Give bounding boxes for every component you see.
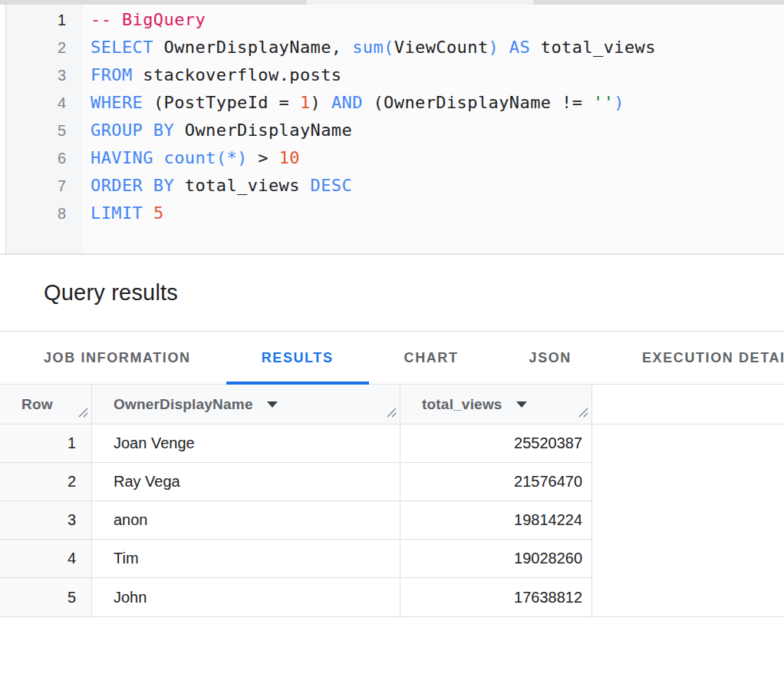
table-bottom-border	[0, 616, 784, 617]
cell-owner-display-name: Joan Venge	[92, 425, 400, 463]
column-header-row: Row	[0, 385, 92, 424]
tab-chart[interactable]: CHART	[369, 332, 494, 384]
tab-results[interactable]: RESULTS	[226, 332, 369, 384]
tab-execution-details[interactable]: EXECUTION DETAILS	[607, 332, 784, 384]
table-row: 4Tim19028260	[0, 540, 784, 578]
code-token: WHERE	[91, 93, 143, 112]
cell-total-views: 19814224	[400, 501, 592, 540]
code-token	[499, 38, 509, 57]
line-number: 3	[6, 61, 66, 89]
code-token: AS	[509, 38, 530, 57]
results-header: Query results	[0, 255, 784, 332]
cell-owner-display-name: John	[92, 578, 400, 616]
line-number: 5	[6, 117, 66, 144]
column-header-total_views: total_views	[400, 385, 592, 424]
table-row: 3anon19814224	[0, 501, 784, 540]
code-token: OwnerDisplayName,	[153, 38, 352, 57]
cell-row-number: 3	[0, 501, 92, 540]
column-header-filler	[592, 385, 784, 424]
line-number: 7	[6, 172, 66, 200]
code-token: AND	[331, 93, 363, 112]
code-token	[143, 203, 153, 223]
code-line: ORDER BY total_views DESC	[91, 172, 784, 200]
line-number: 4	[6, 89, 66, 117]
code-token: FROM	[91, 65, 133, 84]
editor-left-rail	[0, 5, 6, 253]
cell-row-number: 5	[0, 578, 92, 616]
line-number: 2	[6, 34, 66, 61]
cell-row-number: 2	[0, 463, 92, 501]
tab-job-information[interactable]: JOB INFORMATION	[8, 332, 226, 384]
line-number: 6	[6, 144, 66, 172]
code-line: LIMIT 5	[91, 200, 784, 227]
cell-owner-display-name: Tim	[92, 540, 400, 578]
tab-label: JSON	[529, 350, 572, 366]
code-token: (OwnerDisplayName !=	[363, 93, 593, 112]
code-line: WHERE (PostTypeId = 1) AND (OwnerDisplay…	[91, 89, 784, 117]
column-resize-handle-icon[interactable]	[385, 405, 397, 421]
column-header-label: Row	[21, 396, 53, 413]
code-token: LIMIT	[91, 203, 143, 223]
page-title: Query results	[44, 280, 178, 306]
code-area[interactable]: -- BigQuerySELECT OwnerDisplayName, sum(…	[83, 5, 784, 253]
cell-filler	[592, 463, 784, 501]
sql-editor[interactable]: 12345678 -- BigQuerySELECT OwnerDisplayN…	[0, 5, 784, 255]
code-token: sum(	[352, 38, 394, 57]
table-row: 1Joan Venge25520387	[0, 425, 784, 463]
code-token: GROUP BY	[91, 121, 174, 140]
code-token: HAVING	[91, 148, 153, 167]
cell-filler	[592, 540, 784, 578]
cell-row-number: 4	[0, 540, 92, 578]
code-token: (PostTypeId =	[143, 93, 300, 112]
code-token: )	[311, 93, 331, 112]
code-line: GROUP BY OwnerDisplayName	[91, 117, 784, 144]
code-token: )	[614, 93, 624, 112]
code-token: SELECT	[91, 38, 153, 57]
cell-filler	[592, 578, 784, 616]
cell-total-views: 25520387	[400, 425, 592, 463]
column-header-label: OwnerDisplayName	[114, 396, 253, 413]
sort-dropdown-icon[interactable]	[267, 401, 278, 408]
column-resize-handle-icon[interactable]	[77, 405, 88, 421]
code-token: ViewCount	[394, 38, 489, 57]
code-token: 1	[300, 93, 311, 112]
cell-filler	[592, 501, 784, 540]
cell-filler	[592, 425, 784, 463]
results-tabbar: JOB INFORMATIONRESULTSCHARTJSONEXECUTION…	[0, 332, 784, 385]
cell-owner-display-name: anon	[92, 501, 400, 540]
line-number: 1	[6, 6, 66, 34]
code-token: ORDER BY	[91, 176, 174, 195]
tab-json[interactable]: JSON	[494, 332, 607, 384]
code-line: -- BigQuery	[91, 6, 784, 34]
code-line: FROM stackoverflow.posts	[91, 61, 784, 89]
table-row: 5John17638812	[0, 578, 784, 616]
code-token: -- BigQuery	[91, 10, 206, 29]
code-token: OwnerDisplayName	[174, 121, 352, 140]
tab-label: EXECUTION DETAILS	[642, 350, 784, 366]
code-token: total_views	[530, 38, 656, 57]
code-line: HAVING count(*) > 10	[91, 144, 784, 172]
column-resize-handle-icon[interactable]	[577, 405, 588, 421]
cell-total-views: 17638812	[400, 578, 592, 616]
column-header-label: total_views	[422, 396, 502, 413]
cell-owner-display-name: Ray Vega	[92, 463, 400, 501]
tab-label: CHART	[404, 350, 459, 366]
column-header-ownerdisplayname: OwnerDisplayName	[92, 385, 400, 424]
sort-dropdown-icon[interactable]	[516, 401, 527, 408]
results-table: RowOwnerDisplayNametotal_views 1Joan Ven…	[0, 385, 784, 617]
code-token: 10	[279, 148, 300, 167]
code-line: SELECT OwnerDisplayName, sum(ViewCount) …	[91, 34, 784, 61]
table-header-row: RowOwnerDisplayNametotal_views	[0, 385, 784, 425]
code-token: >	[248, 148, 279, 167]
code-token: DESC	[311, 176, 353, 195]
table-body: 1Joan Venge255203872Ray Vega215764703ano…	[0, 425, 784, 616]
code-token: count(*)	[164, 148, 248, 167]
code-token: 5	[153, 203, 164, 223]
line-number-gutter: 12345678	[6, 5, 83, 253]
code-token	[153, 148, 164, 167]
code-token: )	[489, 38, 499, 57]
bigquery-panel: 12345678 -- BigQuerySELECT OwnerDisplayN…	[0, 0, 784, 674]
table-row: 2Ray Vega21576470	[0, 463, 784, 501]
cell-row-number: 1	[0, 425, 92, 463]
tab-label: JOB INFORMATION	[44, 350, 191, 366]
